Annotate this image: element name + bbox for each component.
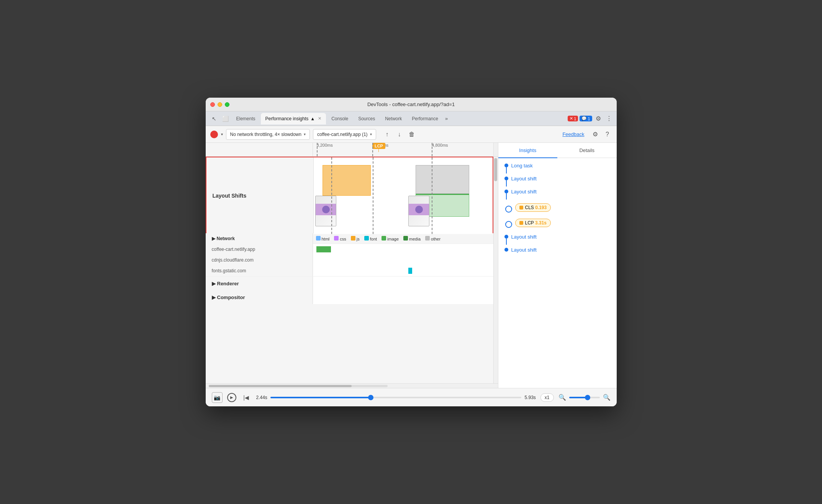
tab-performance[interactable]: Performance — [407, 113, 443, 124]
range-fill — [270, 397, 371, 398]
h-scroll-track — [209, 385, 388, 387]
screenshot-icon[interactable]: 📷 — [212, 392, 223, 403]
scrollbar[interactable] — [493, 157, 498, 383]
timeline-connector-4 — [504, 235, 508, 245]
timeline-scrubber[interactable]: 2.44s 5.93s — [256, 395, 536, 400]
layout-shift-link-4[interactable]: Layout shift — [511, 247, 537, 253]
tab-sources[interactable]: Sources — [354, 113, 380, 124]
settings-icon[interactable]: ⚙ — [594, 114, 603, 123]
network-expand-icon: ▶ — [212, 236, 215, 241]
lcp-circle — [505, 221, 512, 228]
layout-shift-link-2[interactable]: Layout shift — [511, 189, 537, 195]
titlebar: DevTools - coffee-cart.netlify.app/?ad=1 — [206, 98, 617, 111]
lcp-marker: LCP — [372, 143, 385, 152]
layout-shift-link-1[interactable]: Layout shift — [511, 176, 537, 182]
tab-details[interactable]: Details — [557, 143, 617, 158]
tabbar: ↖ ⬜ Elements Performance insights ▲ ✕ Co… — [206, 111, 617, 126]
url-arrow-icon: ▾ — [370, 132, 372, 136]
insight-layout-shift-2: Layout shift — [504, 189, 611, 200]
toolbar: ▾ No network throttling, 4× slowdown ▾ c… — [206, 126, 617, 143]
tracks-area: Layout Shifts — [206, 157, 498, 383]
timeline-dot-5 — [504, 248, 508, 252]
net-bar-image-1 — [316, 246, 331, 252]
lcp-badge: LCP 3.31s — [515, 219, 551, 227]
layout-shifts-canvas[interactable] — [314, 157, 493, 234]
compositor-canvas — [313, 290, 493, 304]
long-task-link[interactable]: Long task — [511, 163, 533, 169]
dashed-line-3 — [432, 143, 432, 156]
track-container: Layout Shifts — [206, 157, 493, 383]
timeline-end: 5.93s — [524, 395, 535, 400]
time-ruler-row: 3,200ms 4,000ms 4,800ms LCP — [206, 143, 498, 157]
skip-to-start-icon[interactable]: |◀ — [241, 392, 252, 403]
layout-shift-link-3[interactable]: Layout shift — [511, 234, 537, 240]
minimize-button[interactable] — [218, 102, 222, 107]
toolbar-right-icons: ⚙ ? — [591, 130, 612, 139]
help-icon[interactable]: ? — [603, 130, 612, 139]
toolbar-icons: ↑ ↓ 🗑 — [382, 129, 417, 139]
network-canvas-2 — [313, 255, 493, 265]
device-icon[interactable]: ⬜ — [220, 113, 231, 124]
close-button[interactable] — [210, 102, 215, 107]
devtools-window: DevTools - coffee-cart.netlify.app/?ad=1… — [206, 98, 617, 406]
scrollbar-thumb[interactable] — [494, 158, 497, 181]
scrollbar-top — [493, 143, 498, 157]
range-slider-track[interactable] — [270, 397, 522, 398]
insight-layout-shift-1: Layout shift — [504, 176, 611, 187]
record-button[interactable] — [210, 131, 218, 138]
zoom-out-icon[interactable]: 🔍 — [558, 394, 566, 401]
play-button[interactable]: ▶ — [227, 393, 236, 402]
zoom-thumb[interactable] — [585, 395, 590, 400]
canvas-dashed-3 — [432, 157, 432, 234]
network-legend: html css js font image media other — [313, 233, 493, 244]
insight-layout-shift-4: Layout shift — [504, 247, 611, 253]
tab-console[interactable]: Console — [327, 113, 353, 124]
content-area: 3,200ms 4,000ms 4,800ms LCP — [206, 143, 498, 388]
url-select[interactable]: coffee-cart.netlify.app (1) ▾ — [313, 129, 376, 140]
insights-content: Long task Layout shift Layout — [498, 158, 617, 388]
timeline-connector-5 — [504, 248, 508, 252]
feedback-link[interactable]: Feedback — [562, 131, 584, 137]
ruler-left-spacer — [206, 143, 313, 157]
tab-network[interactable]: Network — [380, 113, 406, 124]
main-layout: 3,200ms 4,000ms 4,800ms LCP — [206, 143, 617, 388]
record-dropdown-arrow[interactable]: ▾ — [221, 132, 223, 136]
more-tabs-button[interactable]: » — [445, 116, 448, 121]
h-scroll-thumb[interactable] — [209, 385, 352, 387]
renderer-canvas — [313, 277, 493, 290]
network-url-1: coffee-cart.netlify.app — [206, 244, 313, 255]
tab-performance-insights[interactable]: Performance insights ▲ ✕ — [261, 113, 326, 124]
legend-js: js — [351, 236, 360, 241]
network-legend-row: ▶ Network html css js font image media o… — [206, 233, 493, 244]
upload-icon[interactable]: ↑ — [382, 129, 392, 139]
cls-circle — [505, 206, 512, 213]
network-url-2: cdnjs.cloudflare.com — [206, 255, 313, 265]
download-icon[interactable]: ↓ — [395, 129, 404, 139]
tab-elements[interactable]: Elements — [232, 113, 260, 124]
timeline-connector-1 — [504, 164, 508, 173]
more-options-icon[interactable]: ⋮ — [604, 114, 614, 123]
delete-icon[interactable]: 🗑 — [407, 129, 417, 139]
cursor-icon[interactable]: ↖ — [209, 113, 219, 124]
legend-other: other — [425, 236, 440, 241]
legend-font: font — [364, 236, 377, 241]
renderer-label[interactable]: ▶ Renderer — [206, 277, 313, 290]
maximize-button[interactable] — [225, 102, 229, 107]
network-header-label[interactable]: ▶ Network — [206, 233, 313, 244]
dashed-line-2 — [372, 143, 373, 156]
horizontal-scrollbar[interactable] — [206, 383, 498, 388]
range-thumb[interactable] — [368, 395, 373, 400]
network-row-2: cdnjs.cloudflare.com — [206, 255, 493, 265]
traffic-lights — [210, 102, 229, 107]
tab-insights[interactable]: Insights — [498, 143, 558, 158]
throttle-select[interactable]: No network throttling, 4× slowdown ▾ — [226, 129, 310, 140]
network-url-3: fonts.gstatic.com — [206, 265, 313, 276]
zoom-slider-track[interactable] — [569, 397, 600, 398]
settings-icon-2[interactable]: ⚙ — [591, 130, 600, 139]
speed-badge[interactable]: x1 — [540, 393, 554, 402]
compositor-label[interactable]: ▶ Compositor — [206, 290, 313, 304]
layout-shift-rect-orange — [323, 165, 371, 196]
tab-close-icon[interactable]: ✕ — [318, 116, 321, 121]
zoom-in-icon[interactable]: 🔍 — [603, 394, 611, 401]
time-ruler: 3,200ms 4,000ms 4,800ms LCP — [313, 143, 493, 157]
